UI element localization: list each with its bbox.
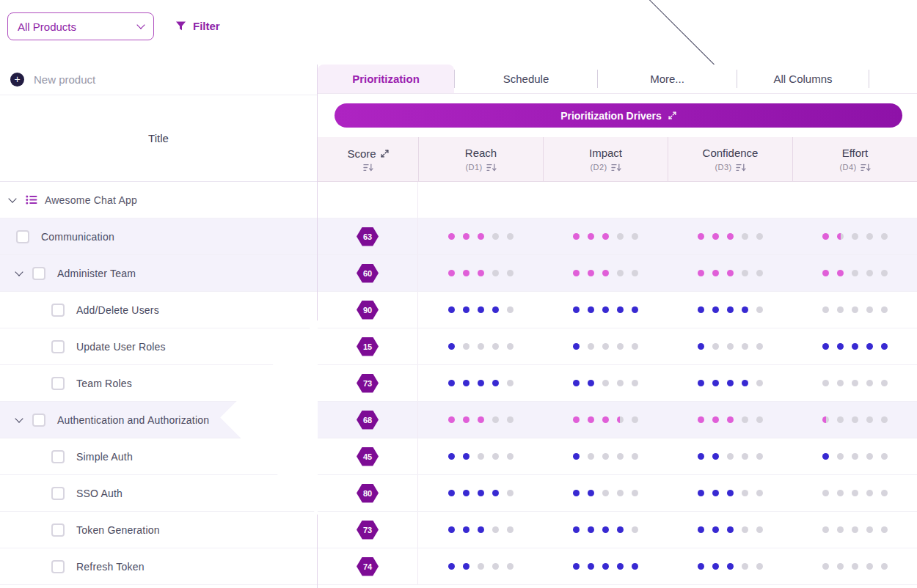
rating-dot[interactable] [588,416,594,423]
rating-dot[interactable] [632,380,638,386]
rating-dot[interactable] [463,233,470,240]
rating-dot[interactable] [617,306,624,313]
rating-dot[interactable] [742,416,748,423]
rating-dot[interactable] [617,233,624,240]
rating-dot[interactable] [492,526,499,533]
rating-dot[interactable] [588,380,594,386]
rating-confidence[interactable] [668,475,792,511]
rating-impact[interactable] [543,218,668,254]
rating-dot[interactable] [822,380,829,386]
rating-dot[interactable] [852,306,858,313]
chevron-down-icon[interactable] [15,268,23,276]
rating-dot[interactable] [727,380,734,386]
rating-dot[interactable] [866,343,873,350]
tree-row-awesome-chat-app[interactable]: Awesome Chat App [0,182,317,218]
sort-icon[interactable] [486,163,497,172]
rating-effort[interactable] [792,402,917,438]
rating-dot[interactable] [712,343,719,350]
rating-dot[interactable] [727,343,734,350]
rating-dot[interactable] [463,270,470,276]
rating-dot[interactable] [712,490,719,496]
rating-dot[interactable] [837,343,844,350]
rating-reach[interactable] [418,512,543,548]
rating-dot[interactable] [602,416,609,423]
rating-dot[interactable] [727,416,734,423]
rating-dot[interactable] [602,380,609,386]
rating-dot[interactable] [602,233,609,240]
rating-dot[interactable] [478,526,484,533]
rating-dot[interactable] [573,563,580,570]
rating-dot[interactable] [837,526,844,533]
rating-dot[interactable] [742,453,748,460]
rating-dot[interactable] [617,343,624,350]
rating-dot[interactable] [698,270,704,276]
tab-all-columns[interactable]: All Columns [737,65,869,93]
rating-reach[interactable] [418,365,543,401]
rating-dot[interactable] [712,380,719,386]
rating-dot[interactable] [852,416,858,423]
rating-dot[interactable] [866,270,873,276]
rating-effort[interactable] [792,548,917,584]
rating-effort[interactable] [792,292,917,328]
rating-dot[interactable] [742,490,748,496]
rating-dot[interactable] [463,453,470,460]
rating-impact[interactable] [543,512,668,548]
rating-confidence[interactable] [668,438,792,474]
rating-dot[interactable] [573,270,580,276]
rating-dot[interactable] [698,380,704,386]
rating-effort[interactable] [792,438,917,474]
score-badge[interactable]: 73 [357,374,379,393]
rating-dot[interactable] [698,453,704,460]
rating-dot[interactable] [448,380,455,386]
rating-dot[interactable] [756,270,763,276]
rating-dot[interactable] [881,233,888,240]
rating-dot[interactable] [712,416,719,423]
rating-dot[interactable] [573,380,580,386]
rating-dot[interactable] [478,416,484,423]
sort-icon[interactable] [611,163,621,172]
rating-dot[interactable] [463,526,470,533]
rating-dot[interactable] [632,343,638,350]
rating-dot[interactable] [448,490,455,496]
rating-dot[interactable] [507,453,514,460]
rating-dot[interactable] [492,270,499,276]
rating-reach[interactable] [418,548,543,584]
rating-dot[interactable] [617,380,624,386]
score-badge[interactable]: 73 [357,521,379,540]
rating-dot[interactable] [632,563,638,570]
rating-dot[interactable] [463,380,470,386]
rating-impact[interactable] [543,548,668,584]
rating-dot[interactable] [492,416,499,423]
rating-dot[interactable] [727,453,734,460]
rating-effort[interactable] [792,182,917,218]
rating-dot[interactable] [463,306,470,313]
rating-dot[interactable] [837,490,844,496]
rating-dot[interactable] [837,233,844,240]
rating-effort[interactable] [792,475,917,511]
rating-effort[interactable] [792,365,917,401]
rating-dot[interactable] [852,343,858,350]
rating-dot[interactable] [632,453,638,460]
rating-dot[interactable] [478,270,484,276]
rating-dot[interactable] [463,416,470,423]
tree-row-administer-team[interactable]: Administer Team [0,255,317,292]
chevron-down-icon[interactable] [15,414,23,422]
rating-effort[interactable] [792,218,917,254]
rating-dot[interactable] [573,343,580,350]
rating-dot[interactable] [478,490,484,496]
rating-dot[interactable] [478,453,484,460]
score-badge[interactable]: 80 [357,484,379,503]
rating-dot[interactable] [822,526,829,533]
rating-dot[interactable] [881,490,888,496]
rating-dot[interactable] [881,343,888,350]
score-badge[interactable]: 45 [357,447,379,466]
rating-dot[interactable] [822,416,829,423]
rating-dot[interactable] [507,380,514,386]
rating-reach[interactable] [418,402,543,438]
rating-dot[interactable] [573,526,580,533]
tree-row-update-user-roles[interactable]: Update User Roles [0,328,317,365]
rating-dot[interactable] [478,563,484,570]
rating-dot[interactable] [573,306,580,313]
tab-prioritization[interactable]: Prioritization [318,65,454,93]
rating-dot[interactable] [881,453,888,460]
